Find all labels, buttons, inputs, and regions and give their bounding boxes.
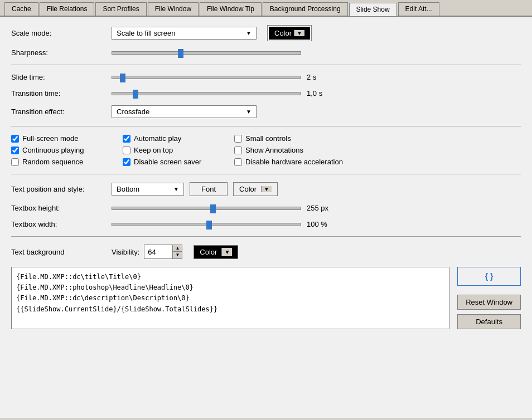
reset-window-button[interactable]: Reset Window (457, 295, 521, 310)
slide-time-slider-container: 2 s (112, 73, 521, 81)
scale-mode-row: Scale mode: Scale to fill screen ▼ Color… (11, 26, 521, 41)
spin-buttons: ▲ ▼ (172, 245, 182, 258)
transition-effect-label: Transition effect: (11, 108, 112, 116)
random-label: Random sequence (22, 158, 83, 166)
tab-cache[interactable]: Cache (4, 2, 38, 16)
random-checkbox[interactable] (11, 158, 19, 166)
textbox-width-value: 100 % (307, 220, 329, 228)
auto-play-label: Automatic play (134, 134, 181, 143)
defaults-button[interactable]: Defaults (457, 314, 521, 329)
visibility-spinner: ▲ ▼ (144, 245, 182, 259)
textbox-height-track[interactable] (112, 207, 301, 210)
checkbox-random: Random sequence (11, 158, 112, 166)
transition-time-value: 1,0 s (307, 89, 329, 97)
visibility-label: Visibility: (112, 248, 139, 256)
show-annotations-checkbox[interactable] (234, 146, 242, 154)
text-bg-color-arrow-icon[interactable]: ▼ (221, 248, 232, 256)
sharpness-thumb[interactable] (178, 49, 183, 58)
disable-hw-checkbox[interactable] (234, 158, 242, 166)
text-position-arrow-icon: ▼ (173, 186, 179, 192)
auto-play-checkbox[interactable] (123, 135, 130, 143)
disable-saver-checkbox[interactable] (123, 158, 130, 166)
fullscreen-checkbox[interactable] (11, 135, 19, 143)
text-color-label: Color (239, 185, 257, 193)
transition-time-label: Transition time: (11, 89, 112, 97)
text-background-row: Text background Visibility: ▲ ▼ Color ▼ (11, 245, 521, 259)
transition-time-thumb[interactable] (133, 90, 138, 99)
slide-time-label: Slide time: (11, 73, 112, 81)
tab-file-window-tip[interactable]: File Window Tip (200, 2, 262, 16)
text-color-arrow-icon[interactable]: ▼ (261, 186, 272, 192)
font-button[interactable]: Font (190, 182, 228, 196)
template-buttons: { } Reset Window Defaults (457, 267, 521, 329)
text-position-dropdown[interactable]: Bottom ▼ (112, 183, 184, 196)
spin-down-button[interactable]: ▼ (173, 252, 182, 258)
text-bg-color-button[interactable]: Color ▼ (194, 245, 238, 259)
fullscreen-label: Full-screen mode (22, 134, 78, 143)
checkbox-col-1: Full-screen mode Continuous playing Rand… (11, 134, 112, 166)
textbox-height-slider-container: 255 px (112, 204, 521, 212)
textbox-width-row: Textbox width: 100 % (11, 220, 521, 228)
template-line2: {File.MD.XMP::photoshop\Headline\Headlin… (16, 282, 444, 293)
scale-mode-dropdown[interactable]: Scale to fill screen ▼ (112, 27, 257, 40)
transition-effect-arrow-icon: ▼ (246, 109, 252, 115)
slide-time-row: Slide time: 2 s (11, 73, 521, 81)
continuous-checkbox[interactable] (11, 146, 19, 154)
scale-color-label: Color (274, 29, 292, 37)
transition-effect-dropdown[interactable]: Crossfade ▼ (112, 105, 257, 118)
textbox-height-row: Textbox height: 255 px (11, 204, 521, 212)
checkbox-disable-hw: Disable hardware acceleration (234, 158, 357, 166)
tab-file-relations[interactable]: File Relations (40, 2, 95, 16)
template-area: {File.MD.XMP::dc\title\Title\0} {File.MD… (11, 267, 521, 329)
transition-time-track[interactable] (112, 92, 301, 95)
text-bg-color-label: Color (200, 248, 217, 256)
tab-file-window[interactable]: File Window (148, 2, 199, 16)
keep-top-checkbox[interactable] (123, 146, 130, 154)
checkbox-fullscreen: Full-screen mode (11, 134, 112, 143)
checkbox-keep-top: Keep on top (123, 146, 223, 154)
textbox-width-thumb[interactable] (206, 221, 212, 229)
textbox-width-track[interactable] (112, 223, 301, 226)
scale-mode-arrow-icon: ▼ (246, 30, 252, 36)
checkbox-auto-play: Automatic play (123, 134, 223, 143)
checkbox-small-controls: Small controls (234, 134, 357, 143)
tab-slide-show[interactable]: Slide Show (349, 3, 397, 16)
visibility-input[interactable] (144, 246, 172, 258)
scale-color-arrow-icon[interactable]: ▼ (294, 30, 304, 36)
checkbox-continuous: Continuous playing (11, 146, 112, 154)
template-line3: {File.MD.XMP::dc\description\Description… (16, 293, 444, 304)
checkbox-col-2: Automatic play Keep on top Disable scree… (123, 134, 223, 166)
small-controls-checkbox[interactable] (234, 135, 242, 143)
textbox-width-slider-container: 100 % (112, 220, 521, 228)
sharpness-row: Sharpness: (11, 48, 521, 57)
transition-time-row: Transition time: 1,0 s (11, 89, 521, 97)
text-position-label: Text position and style: (11, 185, 112, 193)
text-position-value: Bottom (117, 185, 139, 193)
text-color-button[interactable]: Color ▼ (233, 182, 278, 196)
small-controls-label: Small controls (245, 134, 291, 143)
slide-time-value: 2 s (307, 73, 329, 81)
textbox-height-thumb[interactable] (210, 204, 216, 213)
checkbox-disable-saver: Disable screen saver (123, 158, 223, 166)
tab-edit-att[interactable]: Edit Att... (398, 2, 439, 16)
transition-time-slider-container: 1,0 s (112, 89, 521, 97)
transition-effect-value: Crossfade (117, 108, 149, 116)
template-text-box[interactable]: {File.MD.XMP::dc\title\Title\0} {File.MD… (11, 267, 449, 329)
checkbox-col-3: Small controls Show Annotations Disable … (234, 134, 357, 166)
scale-color-button[interactable]: Color ▼ (268, 26, 311, 41)
spin-up-button[interactable]: ▲ (173, 245, 182, 252)
text-position-row: Text position and style: Bottom ▼ Font C… (11, 182, 521, 196)
scale-mode-value: Scale to fill screen (117, 29, 176, 37)
checkbox-show-annotations: Show Annotations (234, 146, 357, 154)
textbox-height-value: 255 px (307, 204, 329, 212)
sharpness-track[interactable] (112, 51, 301, 55)
tab-background-processing[interactable]: Background Processing (263, 2, 348, 16)
tab-bar: Cache File Relations Sort Profiles File … (0, 0, 532, 17)
sharpness-label: Sharpness: (11, 48, 112, 57)
slide-time-thumb[interactable] (120, 74, 125, 82)
disable-hw-label: Disable hardware acceleration (245, 158, 343, 166)
tab-sort-profiles[interactable]: Sort Profiles (95, 2, 146, 16)
slide-time-track[interactable] (112, 76, 301, 79)
continuous-label: Continuous playing (22, 146, 84, 154)
braces-button[interactable]: { } (457, 267, 521, 286)
